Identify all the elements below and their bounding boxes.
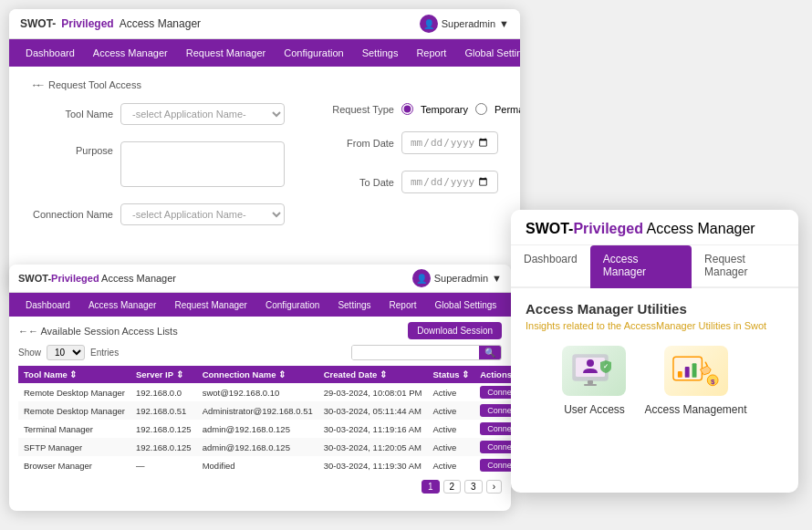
col-created-date: Created Date ⇕: [318, 366, 428, 383]
search-input[interactable]: [352, 346, 479, 359]
cell-action: Connect: [474, 438, 511, 456]
to-date-row: To Date: [312, 171, 498, 193]
main-window: SWOT-Privileged Access Manager 👤 Superad…: [9, 9, 520, 292]
page-btn-3[interactable]: 3: [464, 480, 483, 494]
session-content: ← ← Available Session Access Lists Downl…: [9, 317, 511, 499]
table-row: Browser Manager — Modified 30-03-2024, 1…: [18, 456, 511, 474]
request-type-row: Request Type Temporary Permanent: [312, 103, 498, 115]
title-rest: Access Manager: [120, 17, 201, 30]
user-access-icon: ✓: [562, 346, 626, 396]
nav-request-manager[interactable]: Request Manager: [177, 39, 275, 67]
download-session-btn[interactable]: Download Session: [408, 322, 502, 339]
popup-tab-access-manager[interactable]: Access Manager: [590, 245, 692, 288]
cell-action: Connect: [474, 456, 511, 474]
radio-temporary-label: Temporary: [421, 104, 468, 115]
page-btn-next[interactable]: ›: [486, 480, 502, 494]
from-date-input[interactable]: [401, 131, 498, 154]
session-user-avatar: 👤: [412, 269, 431, 287]
search-box: 🔍: [351, 345, 502, 360]
page-btn-1[interactable]: 1: [422, 480, 440, 494]
s-nav-access-manager[interactable]: Access Manager: [79, 293, 165, 317]
table-row: Remote Desktop Manager 192.168.0.51 Admi…: [18, 401, 511, 420]
cell-server: 192.168.0.125: [130, 438, 197, 456]
utility-access-management[interactable]: $ Access Management: [644, 346, 746, 416]
popup-tab-request-manager[interactable]: Request Manager: [692, 245, 798, 288]
table-row: Remote Desktop Manager 192.168.0.0 swot@…: [18, 383, 511, 401]
cell-action: Connect: [474, 420, 511, 438]
to-date-input[interactable]: [401, 171, 498, 193]
connection-name-select[interactable]: -select Application Name-: [120, 203, 285, 225]
cell-created: 30-03-2024, 11:20:05 AM: [318, 438, 428, 456]
svg-rect-8: [684, 367, 689, 378]
s-nav-global-settings[interactable]: Global Settings: [426, 293, 506, 317]
connect-btn[interactable]: Connect: [480, 441, 511, 453]
nav-access-manager[interactable]: Access Manager: [84, 39, 177, 67]
back-link[interactable]: ← ← Request Tool Access: [31, 79, 498, 90]
entries-select[interactable]: 10: [47, 345, 85, 360]
svg-rect-4: [584, 384, 597, 386]
connect-btn[interactable]: Connect: [480, 386, 511, 399]
session-window: SWOT-Privileged Access Manager 👤 Superad…: [9, 265, 511, 511]
svg-rect-3: [588, 380, 593, 384]
request-type-label: Request Type: [312, 104, 394, 115]
from-date-row: From Date: [312, 131, 498, 154]
col-tool-name: Tool Name ⇕: [18, 366, 130, 383]
connect-btn[interactable]: Connect: [480, 459, 511, 472]
session-app-title: SWOT-Privileged Access Manager: [18, 273, 176, 284]
show-label: Show: [18, 348, 41, 358]
page-btn-2[interactable]: 2: [443, 480, 462, 494]
cell-created: 30-03-2024, 11:19:30 AM: [318, 456, 428, 474]
tool-name-row: Tool Name -select Application Name-: [31, 103, 285, 125]
s-nav-request-manager[interactable]: Request Manager: [165, 293, 256, 317]
nav-settings[interactable]: Settings: [353, 39, 408, 67]
main-title-bar: SWOT-Privileged Access Manager 👤 Superad…: [9, 9, 520, 39]
col-status: Status ⇕: [427, 366, 474, 383]
popup-subtitle: Insights related to the AccessManager Ut…: [526, 320, 784, 331]
session-dropdown-icon[interactable]: ▼: [492, 273, 502, 284]
connection-name-row: Connection Name -select Application Name…: [31, 203, 285, 225]
session-user-info[interactable]: 👤 Superadmin ▼: [412, 269, 502, 287]
session-table: Tool Name ⇕ Server IP ⇕ Connection Name …: [18, 366, 511, 474]
purpose-textarea[interactable]: [120, 141, 285, 187]
connect-btn[interactable]: Connect: [480, 422, 511, 435]
user-info[interactable]: 👤 Superadmin ▼: [420, 15, 509, 33]
nav-configuration[interactable]: Configuration: [275, 39, 352, 67]
cell-tool: Remote Desktop Manager: [18, 401, 130, 420]
access-management-icon: $: [664, 346, 728, 396]
utility-user-access[interactable]: ✓ User Access: [562, 346, 626, 416]
cell-created: 29-03-2024, 10:08:01 PM: [318, 383, 428, 401]
title-swot: SWOT-: [20, 17, 56, 30]
access-management-label: Access Management: [644, 403, 746, 416]
entries-label: Entries: [90, 348, 119, 358]
s-nav-settings[interactable]: Settings: [328, 293, 380, 317]
popup-tabs: Dashboard Access Manager Request Manager: [511, 245, 798, 288]
from-date-label: From Date: [312, 138, 394, 149]
nav-dashboard[interactable]: Dashboard: [16, 39, 84, 67]
radio-permanent-label: Permanent: [494, 104, 520, 115]
search-btn[interactable]: 🔍: [479, 346, 501, 359]
tool-name-select[interactable]: -select Application Name-: [120, 103, 285, 125]
s-nav-dashboard[interactable]: Dashboard: [16, 293, 79, 317]
radio-permanent[interactable]: [475, 103, 487, 115]
cell-connection: admin@192.168.0.125: [197, 420, 318, 438]
nav-report[interactable]: Report: [407, 39, 455, 67]
cell-tool: Remote Desktop Manager: [18, 383, 130, 401]
tool-name-label: Tool Name: [31, 109, 113, 120]
svg-text:$: $: [710, 377, 714, 385]
user-dropdown-icon[interactable]: ▼: [499, 18, 509, 29]
table-row: Terminal Manager 192.168.0.125 admin@192…: [18, 420, 511, 438]
request-form-area: ← ← Request Tool Access Tool Name -selec…: [9, 67, 520, 245]
show-entries-row: Show 10 Entries 🔍: [18, 345, 502, 360]
radio-temporary[interactable]: [401, 103, 413, 115]
popup-tab-dashboard[interactable]: Dashboard: [511, 245, 590, 288]
nav-global-settings[interactable]: Global Settings: [455, 39, 520, 67]
username: Superadmin: [442, 18, 495, 29]
s-nav-configuration[interactable]: Configuration: [256, 293, 328, 317]
cell-server: —: [130, 456, 197, 474]
s-nav-report[interactable]: Report: [380, 293, 426, 317]
connect-btn[interactable]: Connect: [480, 404, 511, 417]
cell-tool: Terminal Manager: [18, 420, 130, 438]
connection-name-label: Connection Name: [31, 209, 113, 220]
popup-title-bar: SWOT-Privileged Access Manager: [511, 210, 798, 245]
s-title-swot: SWOT-: [18, 273, 51, 284]
